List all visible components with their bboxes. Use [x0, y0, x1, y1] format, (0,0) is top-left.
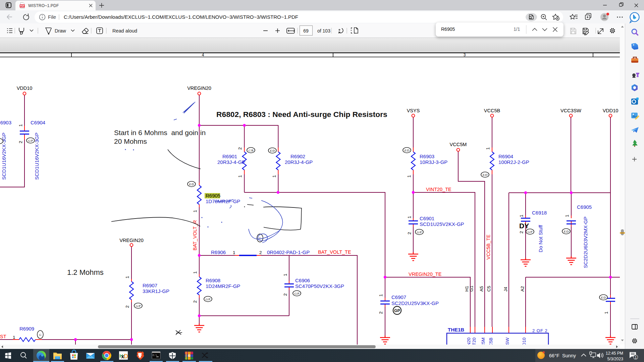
svg-text:C6904: C6904 [31, 120, 45, 125]
svg-text:1: 1 [18, 124, 23, 127]
svg-text:E/D: E/D [482, 173, 488, 177]
svg-text:2: 2 [193, 300, 198, 303]
svg-text:VCC5M: VCC5M [450, 142, 467, 147]
svg-text:1: 1 [283, 274, 288, 276]
svg-text:C/B: C/B [249, 149, 254, 152]
svg-text:66°F: 66°F [549, 353, 559, 358]
svg-text:R6901: R6901 [222, 154, 237, 159]
svg-text:1D24MR2F-GP: 1D24MR2F-GP [206, 283, 240, 289]
svg-text:C6905: C6905 [577, 204, 592, 210]
svg-text:VREGIN20: VREGIN20 [187, 85, 211, 91]
svg-text:File: File [48, 14, 56, 20]
svg-text:R6902: R6902 [290, 154, 305, 159]
svg-text:VDD10: VDD10 [17, 85, 33, 91]
svg-text:G/P: G/P [417, 231, 422, 234]
svg-text:VREGIN20_TE: VREGIN20_TE [409, 272, 442, 277]
svg-text:VREGIN20: VREGIN20 [119, 238, 144, 243]
svg-text:x: x [121, 353, 124, 360]
svg-text:1: 1 [565, 215, 570, 217]
svg-text:D: D [124, 353, 128, 360]
svg-text:R6908: R6908 [206, 278, 220, 283]
svg-text:Start in 6 Mohms and goin in: Start in 6 Mohms and goin in [114, 129, 206, 136]
svg-text:C6907: C6907 [391, 294, 406, 300]
svg-text:1: 1 [407, 216, 412, 219]
svg-text:BAT_VOLT_R: BAT_VOLT_R [192, 220, 198, 251]
svg-text:GP: GP [394, 308, 400, 313]
svg-text:G1: G1 [469, 286, 474, 292]
svg-text:C:\: C:\ [153, 354, 157, 357]
svg-text:1D78MR2F-GP: 1D78MR2F-GP [206, 198, 240, 204]
svg-text:1: 1 [519, 215, 524, 217]
svg-text:THE1B: THE1B [448, 327, 464, 333]
svg-text:1: 1 [233, 250, 235, 255]
svg-text:1: 1 [635, 355, 637, 359]
svg-text:VREGIN20: VREGIN20 [466, 338, 471, 345]
svg-text:R6907: R6907 [143, 283, 157, 288]
svg-text:12:45 PM: 12:45 PM [606, 351, 623, 356]
svg-text:G/P: G/P [528, 230, 533, 234]
svg-text:20 Mohms: 20 Mohms [114, 137, 147, 145]
svg-text:2 OF 2: 2 OF 2 [532, 328, 548, 333]
svg-text:G: G [39, 333, 42, 337]
svg-text:E/D: E/D [404, 149, 410, 152]
svg-text:C5: C5 [486, 286, 491, 292]
svg-text:VCC5B: VCC5B [484, 108, 500, 113]
svg-text:VCC5B_TE: VCC5B_TE [486, 234, 491, 259]
svg-text:A5: A5 [479, 286, 484, 292]
svg-text:R6802, R6803 : Need Anti-surge: R6802, R6803 : Need Anti-surge Chip Resi… [216, 110, 387, 119]
svg-text:69: 69 [303, 28, 309, 34]
svg-text:R6904: R6904 [498, 154, 513, 159]
svg-text:1: 1 [237, 175, 243, 178]
svg-text:1.2 Mohms: 1.2 Mohms [67, 268, 104, 277]
svg-text:H1: H1 [464, 286, 469, 292]
svg-text:E/D: E/D [189, 183, 194, 186]
svg-text:G/P: G/P [206, 298, 211, 301]
svg-text:DY: DY [519, 222, 529, 230]
svg-text:C6906: C6906 [295, 278, 310, 283]
svg-text:VINT20_TE: VINT20_TE [426, 187, 451, 192]
svg-text:2: 2 [237, 147, 243, 150]
svg-text:E/D: E/D [601, 296, 606, 299]
svg-text:G: G [259, 237, 261, 240]
svg-text:1: 1 [125, 276, 130, 279]
svg-text:R6906: R6906 [211, 249, 226, 255]
svg-text:ST: ST [0, 334, 6, 339]
svg-text:VCC3SW: VCC3SW [560, 108, 581, 113]
svg-text:0R0402-PAD-1-GP: 0R0402-PAD-1-GP [267, 249, 310, 255]
svg-text:20R3J-4-GP: 20R3J-4-GP [217, 159, 245, 165]
svg-text:1: 1 [604, 311, 609, 314]
svg-text:Do Not Stuff: Do Not Stuff [538, 225, 543, 252]
svg-text:5/3/2023: 5/3/2023 [607, 357, 624, 361]
svg-text:BAT_VOLT_TE: BAT_VOLT_TE [318, 249, 351, 255]
svg-text:SCD1U16V2KX-3GP: SCD1U16V2KX-3GP [34, 133, 40, 180]
svg-text:VINT20: VINT20 [472, 338, 477, 345]
svg-text:VDD10: VDD10 [603, 108, 619, 113]
svg-text:E/D: E/D [270, 149, 275, 153]
svg-text:A2: A2 [520, 286, 525, 292]
svg-text:1: 1 [272, 175, 277, 178]
svg-text:R6903: R6903 [420, 154, 434, 159]
svg-text:33KR1J-GP: 33KR1J-GP [143, 288, 169, 294]
svg-text:SC2D2U6D3V2MX-GP: SC2D2U6D3V2MX-GP [583, 217, 588, 268]
svg-text:2: 2 [407, 232, 412, 235]
svg-text:VCC5M: VCC5M [481, 338, 486, 345]
svg-text:100R2J-2-GP: 100R2J-2-GP [498, 159, 529, 165]
svg-text:1: 1 [193, 210, 198, 213]
svg-text:J4: J4 [503, 287, 508, 292]
svg-text:10R3J-3-GP: 10R3J-3-GP [420, 159, 447, 165]
svg-text:SC470P50V2KX-3GP: SC470P50V2KX-3GP [295, 283, 344, 289]
svg-text:G/P: G/P [294, 292, 300, 295]
svg-text:G/P: G/P [28, 139, 33, 142]
svg-text:C6918: C6918 [532, 210, 547, 216]
svg-text:1: 1 [378, 294, 383, 297]
svg-text:6903: 6903 [0, 120, 11, 125]
svg-text:VDD10: VDD10 [522, 338, 527, 345]
svg-text:of 103: of 103 [317, 28, 330, 34]
svg-text:2: 2 [18, 141, 23, 143]
svg-text:C6901: C6901 [420, 216, 434, 221]
svg-text:Sunny: Sunny [562, 353, 576, 358]
svg-text:2: 2 [378, 311, 383, 314]
svg-text:2: 2 [125, 305, 130, 308]
svg-text:E/D: E/D [564, 230, 569, 233]
svg-text:4: 4 [202, 53, 204, 57]
